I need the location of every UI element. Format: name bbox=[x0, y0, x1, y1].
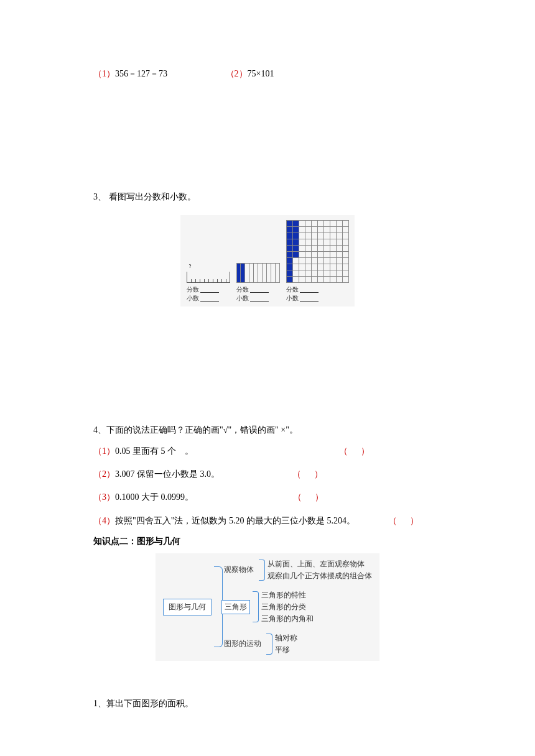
hundreds-grid bbox=[286, 220, 349, 283]
concept-map: 图形与几何 观察物体 从前面、上面、左面观察物体 观察由几个正方体摆成的组合体 … bbox=[156, 553, 379, 661]
q3-panel-tenths: 分数 小数 bbox=[236, 246, 280, 303]
blank-line bbox=[300, 295, 319, 302]
branch-label: 图形的运动 bbox=[221, 637, 264, 650]
branch-label: 三角形 bbox=[221, 600, 250, 614]
sub-bracket bbox=[259, 560, 265, 581]
q4-1-text-a: 0.05 里面有 5 个 bbox=[115, 446, 176, 456]
decimal-label: 小数 bbox=[286, 294, 299, 303]
q4-4-label: （4） bbox=[93, 516, 115, 525]
branch-observe: 观察物体 从前面、上面、左面观察物体 观察由几个正方体摆成的组合体 bbox=[216, 558, 372, 582]
panel-labels: 分数 小数 bbox=[286, 285, 319, 303]
blank-line bbox=[300, 287, 319, 293]
leaf: 观察由几个正方体摆成的组合体 bbox=[268, 570, 372, 582]
branch-motion: 图形的运动 轴对称 平移 bbox=[216, 632, 372, 656]
prob1-expression: 356－127－73 bbox=[115, 69, 167, 78]
answer-paren: （ ） bbox=[293, 489, 323, 505]
problem-row: （1）356－127－73 （2）75×101 bbox=[93, 68, 442, 80]
leaf: 三角形的特性 bbox=[261, 589, 314, 601]
q4-item-4: （4）按照"四舍五入"法，近似数为 5.20 的最大的三位小数是 5.204。 … bbox=[93, 513, 442, 528]
ruler-question-mark: ? bbox=[189, 263, 192, 269]
leaf: 从前面、上面、左面观察物体 bbox=[268, 558, 372, 570]
blank-line bbox=[200, 295, 219, 302]
panel-labels: 分数 小数 bbox=[187, 285, 219, 303]
leaf: 轴对称 bbox=[275, 632, 297, 644]
blank-line bbox=[250, 295, 269, 302]
branch-label: 观察物体 bbox=[221, 563, 256, 576]
answer-paren: （ ） bbox=[388, 513, 419, 528]
panel-labels: 分数 小数 bbox=[236, 285, 269, 303]
leaf: 平移 bbox=[275, 644, 297, 656]
leaf: 三角形的分类 bbox=[261, 601, 314, 613]
problem-1: （1）356－127－73 bbox=[93, 68, 167, 80]
q3-panel-ruler: ? bbox=[187, 246, 230, 303]
q3-image: ? bbox=[180, 215, 355, 307]
q-last: 1、算出下面图形的面积。 bbox=[93, 698, 442, 709]
decimal-label: 小数 bbox=[187, 294, 199, 303]
q4-1-text-b: 。 bbox=[185, 446, 193, 456]
fraction-label: 分数 bbox=[187, 285, 199, 294]
fraction-label: 分数 bbox=[286, 285, 299, 294]
q4-item-1: （1）0.05 里面有 5 个。 （ ） bbox=[93, 443, 442, 459]
ruler-graphic: ? bbox=[187, 263, 230, 283]
q4-2-label: （2） bbox=[93, 469, 115, 479]
q4-1-label: （1） bbox=[93, 446, 115, 456]
q4-3-label: （3） bbox=[93, 492, 115, 502]
q4: 4、下面的说法正确吗？正确的画"√"，错误的画" ×"。 （1）0.05 里面有… bbox=[93, 425, 442, 528]
leaf: 三角形的内角和 bbox=[261, 613, 314, 625]
answer-paren: （ ） bbox=[339, 443, 370, 459]
heading-knowledge-2: 知识点二：图形与几何 bbox=[93, 536, 442, 547]
blank-line bbox=[250, 287, 269, 293]
prob1-label: （1） bbox=[93, 69, 115, 78]
q4-4-text: 按照"四舍五入"法，近似数为 5.20 的最大的三位小数是 5.204。 bbox=[115, 516, 355, 525]
q4-2-text: 3.007 保留一位小数是 3.0。 bbox=[115, 469, 220, 479]
q4-item-3: （3）0.1000 大于 0.0999。 （ ） bbox=[93, 489, 442, 505]
fraction-label: 分数 bbox=[236, 285, 249, 294]
sub-bracket bbox=[266, 634, 272, 655]
decimal-label: 小数 bbox=[236, 294, 249, 303]
prob2-label: （2） bbox=[226, 69, 248, 78]
prob2-expression: 75×101 bbox=[248, 69, 274, 78]
concept-root-label: 图形与几何 bbox=[163, 599, 212, 615]
tenths-grid bbox=[236, 263, 280, 283]
q3-title: 3、 看图写出分数和小数。 bbox=[93, 191, 442, 203]
q3: 3、 看图写出分数和小数。 ? bbox=[93, 191, 442, 307]
blank-line bbox=[200, 287, 219, 293]
page-content: （1）356－127－73 （2）75×101 3、 看图写出分数和小数。 ? bbox=[0, 0, 535, 709]
q4-title: 4、下面的说法正确吗？正确的画"√"，错误的画" ×"。 bbox=[93, 425, 442, 436]
branch-triangle: 三角形 三角形的特性 三角形的分类 三角形的内角和 bbox=[216, 589, 372, 625]
problem-2: （2）75×101 bbox=[226, 68, 274, 80]
q3-panel-hundreds: 分数 小数 bbox=[286, 220, 349, 303]
q4-3-text: 0.1000 大于 0.0999。 bbox=[115, 492, 193, 502]
q4-item-2: （2）3.007 保留一位小数是 3.0。 （ ） bbox=[93, 466, 442, 482]
answer-paren: （ ） bbox=[292, 466, 323, 482]
sub-bracket bbox=[253, 591, 259, 622]
